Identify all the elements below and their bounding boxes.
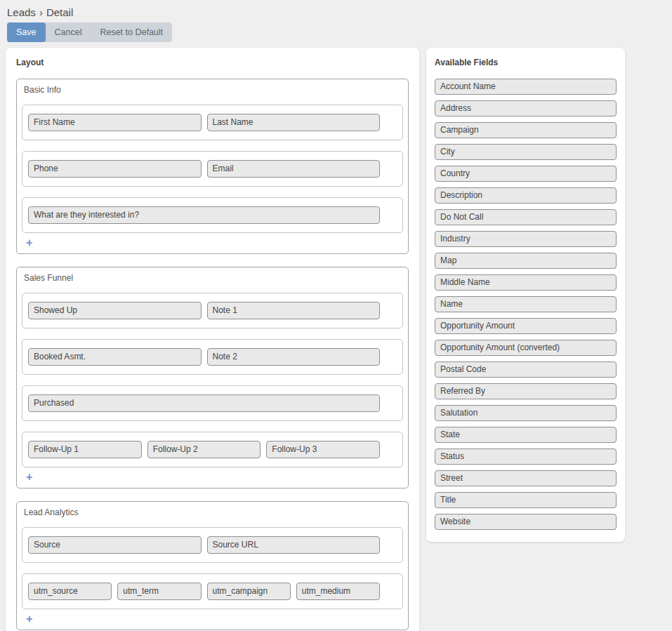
available-field-item[interactable]: Street xyxy=(435,470,617,486)
layout-panel: Sales Funnel Showed Up Note 1 Booked Asm… xyxy=(16,267,409,489)
layout-row[interactable]: Phone Email xyxy=(22,151,403,187)
breadcrumb-current: Detail xyxy=(46,6,73,18)
add-row-button[interactable]: + xyxy=(26,472,32,483)
layout-row[interactable]: Purchased xyxy=(22,385,403,421)
layout-row[interactable]: Source Source URL xyxy=(22,527,403,563)
available-field-item[interactable]: Name xyxy=(435,296,617,312)
layout-row-cells: Phone Email xyxy=(28,160,380,178)
available-fields-card: Available Fields Account Name Address Ca… xyxy=(426,48,625,542)
breadcrumb-parent[interactable]: Leads xyxy=(7,6,36,18)
layout-field[interactable]: What are they interested in? xyxy=(28,206,380,224)
layout-row-cells: First Name Last Name xyxy=(28,114,380,131)
layout-field[interactable]: Booked Asmt. xyxy=(28,348,202,366)
available-field-item[interactable]: Website xyxy=(435,514,617,530)
available-field-item[interactable]: Salutation xyxy=(435,405,617,421)
layout-field[interactable]: Follow-Up 1 xyxy=(28,441,142,458)
layout-panel: Basic Info First Name Last Name Phone Em… xyxy=(16,79,409,254)
available-field-item[interactable]: Referred By xyxy=(435,383,617,399)
layout-row[interactable]: Follow-Up 1 Follow-Up 2 Follow-Up 3 xyxy=(22,432,403,467)
layout-row-cells: Purchased xyxy=(28,394,380,412)
layout-field[interactable]: First Name xyxy=(28,114,202,131)
add-row-button[interactable]: + xyxy=(26,613,32,625)
available-field-item[interactable]: Postal Code xyxy=(435,361,617,378)
layout-field[interactable]: Note 1 xyxy=(207,302,381,319)
available-field-item[interactable]: Middle Name xyxy=(435,274,617,291)
available-field-item[interactable]: Industry xyxy=(435,231,617,247)
add-row-button[interactable]: + xyxy=(26,237,32,248)
available-field-item[interactable]: Status xyxy=(435,449,617,465)
layout-field[interactable]: Follow-Up 2 xyxy=(147,441,261,458)
layout-row[interactable]: What are they interested in? xyxy=(22,197,403,233)
layout-field[interactable]: utm_medium xyxy=(296,583,380,600)
breadcrumb: Leads›Detail xyxy=(0,0,672,18)
layout-row-cells: Showed Up Note 1 xyxy=(28,302,380,319)
toolbar: Save Cancel Reset to Default xyxy=(7,22,172,42)
reset-to-default-button[interactable]: Reset to Default xyxy=(91,22,172,42)
available-field-item[interactable]: Account Name xyxy=(435,79,617,95)
panel-rows: Source Source URL utm_source utm_term ut… xyxy=(22,527,403,609)
layout-card: Layout Basic Info First Name Last Name P… xyxy=(6,48,419,631)
layout-field[interactable]: Note 2 xyxy=(207,348,381,366)
layout-panels: Basic Info First Name Last Name Phone Em… xyxy=(16,79,409,630)
layout-panel: Lead Analytics Source Source URL utm_sou… xyxy=(16,501,409,630)
panel-title[interactable]: Lead Analytics xyxy=(22,507,403,518)
layout-field[interactable]: utm_source xyxy=(28,583,112,600)
layout-field[interactable]: Email xyxy=(207,160,381,178)
available-field-item[interactable]: Map xyxy=(435,253,617,269)
layout-row[interactable]: Showed Up Note 1 xyxy=(22,293,403,328)
available-field-item[interactable]: Address xyxy=(435,100,617,117)
available-fields-list: Account Name Address Campaign City Count… xyxy=(435,79,617,530)
available-fields-title: Available Fields xyxy=(435,57,617,68)
available-field-item[interactable]: Description xyxy=(435,187,617,204)
panel-rows: First Name Last Name Phone Email What ar… xyxy=(22,105,403,233)
available-field-item[interactable]: Country xyxy=(435,166,617,182)
layout-field[interactable]: Source xyxy=(28,536,202,554)
breadcrumb-separator: › xyxy=(39,6,43,18)
main-content: Layout Basic Info First Name Last Name P… xyxy=(0,42,672,631)
layout-row[interactable]: Booked Asmt. Note 2 xyxy=(22,339,403,375)
available-field-item[interactable]: Opportunity Amount (converted) xyxy=(435,340,617,356)
available-field-item[interactable]: Campaign xyxy=(435,122,617,138)
panel-title[interactable]: Basic Info xyxy=(22,84,403,95)
available-field-item[interactable]: Do Not Call xyxy=(435,209,617,225)
panel-title[interactable]: Sales Funnel xyxy=(22,272,403,284)
layout-field[interactable]: Showed Up xyxy=(28,302,202,319)
save-button[interactable]: Save xyxy=(7,22,46,42)
cancel-button[interactable]: Cancel xyxy=(46,22,91,42)
layout-row-cells: Booked Asmt. Note 2 xyxy=(28,348,380,366)
layout-field[interactable]: utm_term xyxy=(117,583,201,600)
layout-field[interactable]: Purchased xyxy=(28,394,380,412)
layout-row[interactable]: utm_source utm_term utm_campaign utm_med… xyxy=(22,573,403,609)
layout-field[interactable]: utm_campaign xyxy=(207,583,291,600)
available-field-item[interactable]: Title xyxy=(435,492,617,508)
layout-row-cells: Follow-Up 1 Follow-Up 2 Follow-Up 3 xyxy=(28,441,380,458)
layout-field[interactable]: Last Name xyxy=(207,114,381,131)
layout-row-cells: Source Source URL xyxy=(28,536,380,554)
layout-row-cells: What are they interested in? xyxy=(28,206,380,224)
layout-row[interactable]: First Name Last Name xyxy=(22,105,403,140)
layout-field[interactable]: Follow-Up 3 xyxy=(266,441,380,458)
available-field-item[interactable]: Opportunity Amount xyxy=(435,318,617,334)
layout-row-cells: utm_source utm_term utm_campaign utm_med… xyxy=(28,583,380,600)
layout-title: Layout xyxy=(16,57,409,68)
available-field-item[interactable]: State xyxy=(435,427,617,443)
available-field-item[interactable]: City xyxy=(435,144,617,160)
layout-field[interactable]: Phone xyxy=(28,160,202,178)
panel-rows: Showed Up Note 1 Booked Asmt. Note 2 Pur… xyxy=(22,293,403,467)
layout-field[interactable]: Source URL xyxy=(207,536,381,554)
